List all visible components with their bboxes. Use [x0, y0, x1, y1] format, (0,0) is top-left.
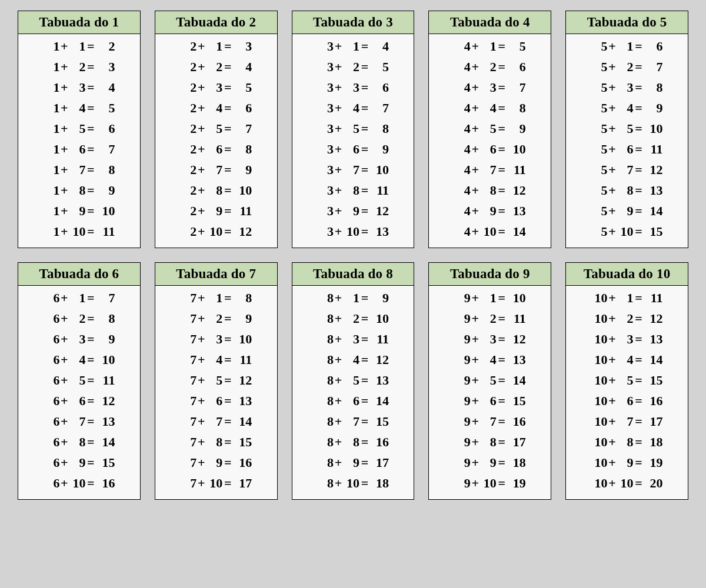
operand-a: 7 — [180, 312, 197, 325]
operand-b: 1 — [617, 40, 634, 53]
operand-a: 9 — [454, 436, 471, 449]
operand-a: 2 — [180, 102, 197, 115]
operand-b: 6 — [69, 143, 85, 156]
result: 7 — [232, 122, 252, 135]
operator: + — [334, 353, 343, 366]
operand-b: 1 — [343, 292, 359, 305]
table-card: Tabuada do 99+1=109+2=119+3=129+4=139+5=… — [428, 262, 551, 500]
result: 10 — [369, 163, 389, 176]
operand-b: 3 — [343, 81, 359, 94]
operand-b: 7 — [69, 163, 85, 176]
table-row: 1+10=11 — [26, 225, 132, 238]
operand-b: 9 — [343, 205, 359, 218]
operand-a: 4 — [454, 225, 471, 238]
operand-a: 4 — [454, 102, 471, 115]
operator: + — [197, 205, 206, 218]
equals: = — [85, 312, 95, 325]
table-row: 10+1=11 — [574, 292, 680, 305]
equals: = — [222, 184, 232, 197]
result: 18 — [369, 477, 389, 490]
result: 3 — [232, 40, 252, 53]
operator: + — [197, 456, 206, 469]
operand-b: 1 — [69, 292, 85, 305]
table-row: 2+10=12 — [164, 225, 269, 238]
operand-a: 1 — [43, 122, 59, 135]
operand-b: 9 — [69, 456, 85, 469]
table-row: 4+7=11 — [437, 163, 542, 176]
operand-a: 4 — [454, 81, 471, 94]
table-row: 9+4=13 — [437, 353, 542, 366]
table-row: 10+8=18 — [574, 436, 680, 449]
operand-b: 1 — [206, 292, 222, 305]
equals: = — [85, 184, 95, 197]
table-body: 5+1=65+2=75+3=85+4=95+5=105+6=115+7=125+… — [566, 34, 688, 248]
result: 6 — [369, 81, 389, 94]
table-row: 7+3=10 — [164, 333, 269, 346]
operand-b: 4 — [480, 102, 497, 115]
table-row: 10+5=15 — [574, 374, 680, 387]
table-row: 9+2=11 — [437, 312, 542, 325]
operand-b: 2 — [69, 312, 85, 325]
operand-b: 6 — [206, 143, 222, 156]
operator: + — [608, 312, 617, 325]
operand-a: 5 — [591, 225, 608, 238]
operand-a: 9 — [454, 333, 471, 346]
result: 15 — [95, 456, 115, 469]
operand-a: 7 — [180, 477, 197, 490]
operand-a: 9 — [454, 395, 471, 407]
operand-a: 6 — [43, 477, 59, 490]
equals: = — [497, 122, 506, 135]
operand-a: 8 — [317, 292, 334, 305]
operator: + — [608, 395, 617, 407]
operator: + — [197, 40, 206, 53]
operator: + — [471, 436, 480, 449]
table-row: 2+6=8 — [164, 143, 269, 156]
operand-b: 8 — [343, 184, 359, 197]
result: 8 — [95, 312, 115, 325]
equals: = — [359, 184, 369, 197]
table-title: Tabuada do 5 — [566, 11, 688, 34]
equals: = — [359, 374, 369, 387]
result: 10 — [232, 333, 252, 346]
table-row: 10+2=12 — [574, 312, 680, 325]
equals: = — [497, 102, 506, 115]
equals: = — [222, 102, 232, 115]
operator: + — [471, 205, 480, 218]
operand-b: 10 — [206, 225, 222, 238]
operand-a: 5 — [591, 40, 608, 53]
operator: + — [608, 143, 617, 156]
equals: = — [222, 395, 232, 407]
operand-b: 9 — [617, 456, 634, 469]
operator: + — [471, 102, 480, 115]
operand-a: 1 — [43, 205, 59, 218]
result: 9 — [506, 122, 526, 135]
table-row: 6+2=8 — [26, 312, 132, 325]
operand-a: 1 — [43, 184, 59, 197]
table-row: 5+7=12 — [574, 163, 680, 176]
result: 14 — [643, 353, 663, 366]
equals: = — [634, 143, 643, 156]
operand-a: 5 — [591, 163, 608, 176]
table-row: 3+9=12 — [301, 205, 406, 218]
table-row: 9+6=15 — [437, 395, 542, 407]
result: 7 — [95, 292, 115, 305]
operator: + — [334, 61, 343, 74]
equals: = — [222, 122, 232, 135]
table-body: 2+1=32+2=42+3=52+4=62+5=72+6=82+7=92+8=1… — [155, 34, 277, 248]
result: 6 — [95, 122, 115, 135]
result: 17 — [643, 415, 663, 428]
equals: = — [497, 353, 506, 366]
operand-a: 6 — [43, 353, 59, 366]
operand-a: 10 — [591, 436, 608, 449]
operator: + — [334, 102, 343, 115]
table-row: 8+5=13 — [301, 374, 406, 387]
table-title: Tabuada do 2 — [155, 11, 277, 34]
operand-b: 6 — [343, 395, 359, 407]
operand-b: 10 — [480, 225, 497, 238]
table-row: 7+2=9 — [164, 312, 269, 325]
table-row: 7+9=16 — [164, 456, 269, 469]
table-row: 8+4=12 — [301, 353, 406, 366]
operand-b: 4 — [69, 102, 85, 115]
result: 17 — [369, 456, 389, 469]
operator: + — [334, 81, 343, 94]
